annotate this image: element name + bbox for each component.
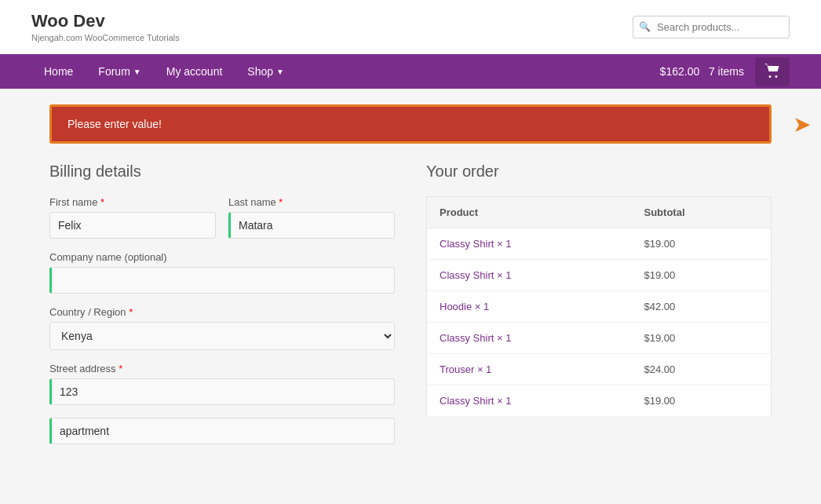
forum-chevron-icon: ▼ <box>133 68 141 76</box>
product-col-header: Product <box>427 197 632 228</box>
product-name: Trouser × 1 <box>427 354 632 385</box>
table-row: Classy Shirt × 1 $19.00 <box>427 385 772 417</box>
first-name-input[interactable] <box>49 212 216 239</box>
company-row: Company name (optional) <box>49 251 395 294</box>
last-name-input[interactable] <box>228 212 395 239</box>
last-name-label: Last name * <box>228 196 395 208</box>
table-row: Hoodie × 1 $42.00 <box>427 291 772 323</box>
order-table: Product Subtotal Classy Shirt × 1 $19.00… <box>426 196 772 417</box>
search-wrapper: 🔍 <box>633 16 790 38</box>
search-icon: 🔍 <box>639 21 651 32</box>
main-content: Please enter value! ➤ Billing details Fi… <box>34 89 787 473</box>
order-title: Your order <box>426 163 772 181</box>
nav-left: Home Forum ▼ My account Shop ▼ <box>31 54 297 89</box>
country-row: Country / Region * Kenya <box>49 306 395 350</box>
product-subtotal: $19.00 <box>632 323 772 354</box>
nav-item-my-account[interactable]: My account <box>154 54 235 89</box>
product-link[interactable]: Hoodie × 1 <box>440 301 489 312</box>
product-link[interactable]: Classy Shirt × 1 <box>440 269 511 281</box>
order-table-header: Product Subtotal <box>427 197 772 228</box>
alert-message: Please enter value! <box>68 118 162 130</box>
nav-item-home[interactable]: Home <box>31 54 86 89</box>
checkout-grid: Billing details First name * Last name * <box>49 163 772 457</box>
cart-icon[interactable] <box>755 57 790 86</box>
search-input[interactable] <box>633 16 790 38</box>
product-link[interactable]: Trouser × 1 <box>440 363 491 375</box>
product-link[interactable]: Classy Shirt × 1 <box>440 395 511 407</box>
last-name-field: Last name * <box>228 196 395 239</box>
first-name-label: First name * <box>49 196 216 208</box>
street-input[interactable] <box>49 378 395 405</box>
country-select[interactable]: Kenya <box>49 322 395 350</box>
alert-banner: Please enter value! <box>49 104 772 144</box>
first-name-required: * <box>100 196 104 208</box>
product-subtotal: $19.00 <box>632 228 772 260</box>
street-required: * <box>119 363 122 374</box>
first-name-field: First name * <box>49 196 216 239</box>
table-row: Classy Shirt × 1 $19.00 <box>427 323 772 354</box>
country-required: * <box>129 306 133 318</box>
product-subtotal: $19.00 <box>632 385 772 417</box>
product-name: Classy Shirt × 1 <box>427 385 632 417</box>
product-subtotal: $24.00 <box>632 354 772 385</box>
street-label: Street address * <box>49 363 395 374</box>
billing-section: Billing details First name * Last name * <box>49 163 395 457</box>
company-input[interactable] <box>49 267 395 294</box>
product-name: Hoodie × 1 <box>427 291 632 323</box>
nav-item-forum[interactable]: Forum ▼ <box>86 54 153 89</box>
site-branding: Woo Dev Njengah.com WooCommerce Tutorial… <box>31 11 180 42</box>
last-name-required: * <box>279 196 283 208</box>
cart-amount: $162.00 7 items <box>660 65 744 78</box>
table-row: Classy Shirt × 1 $19.00 <box>427 260 772 291</box>
alert-arrow-icon: ➤ <box>793 111 811 137</box>
site-header: Woo Dev Njengah.com WooCommerce Tutorial… <box>0 0 821 54</box>
company-label: Company name (optional) <box>49 251 395 263</box>
shop-chevron-icon: ▼ <box>276 68 284 76</box>
product-link[interactable]: Classy Shirt × 1 <box>440 238 511 250</box>
alert-wrapper: Please enter value! ➤ <box>49 104 772 144</box>
product-subtotal: $42.00 <box>632 291 772 323</box>
street-row: Street address * <box>49 363 395 405</box>
cart-svg <box>764 64 780 78</box>
site-title: Woo Dev <box>31 11 180 31</box>
product-subtotal: $19.00 <box>632 260 772 291</box>
product-name: Classy Shirt × 1 <box>427 260 632 291</box>
nav-right: $162.00 7 items <box>660 57 790 86</box>
product-name: Classy Shirt × 1 <box>427 323 632 354</box>
table-row: Classy Shirt × 1 $19.00 <box>427 228 772 260</box>
product-link[interactable]: Classy Shirt × 1 <box>440 332 511 344</box>
subtotal-col-header: Subtotal <box>632 197 772 228</box>
product-name: Classy Shirt × 1 <box>427 228 632 260</box>
table-row: Trouser × 1 $24.00 <box>427 354 772 385</box>
order-section: Your order Product Subtotal Classy Shirt… <box>426 163 772 457</box>
apartment-row <box>49 418 395 444</box>
billing-title: Billing details <box>49 163 395 181</box>
country-label: Country / Region * <box>49 306 395 318</box>
site-nav: Home Forum ▼ My account Shop ▼ $162.00 7… <box>0 54 821 89</box>
name-row: First name * Last name * <box>49 196 395 239</box>
apartment-input[interactable] <box>49 418 395 444</box>
site-tagline: Njengah.com WooCommerce Tutorials <box>31 33 180 42</box>
nav-item-shop[interactable]: Shop ▼ <box>235 54 297 89</box>
